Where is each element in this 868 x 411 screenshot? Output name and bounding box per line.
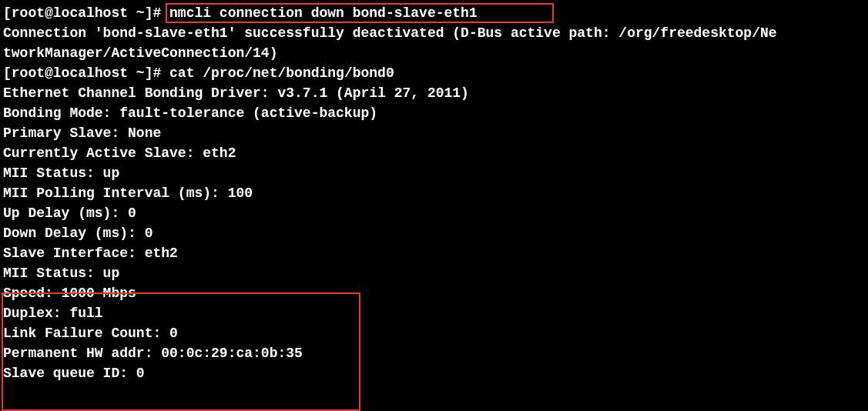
shell-prompt: [root@localhost ~]# — [3, 5, 169, 21]
shell-prompt: [root@localhost ~]# — [3, 65, 169, 81]
terminal-line: tworkManager/ActiveConnection/14) — [3, 43, 865, 63]
terminal-line: [root@localhost ~]# nmcli connection dow… — [3, 3, 865, 23]
terminal-line: Duplex: full — [3, 303, 865, 323]
terminal-line: Bonding Mode: fault-tolerance (active-ba… — [3, 103, 865, 123]
terminal-text: Slave queue ID: 0 — [3, 366, 145, 381]
terminal-line: [root@localhost ~]# cat /proc/net/bondin… — [3, 63, 865, 83]
terminal-line: Slave queue ID: 0 — [3, 363, 865, 383]
terminal-line: MII Status: up — [3, 163, 865, 183]
shell-command: cat /proc/net/bonding/bond0 — [169, 65, 394, 81]
terminal-line: MII Status: up — [3, 263, 865, 283]
terminal-line: Connection 'bond-slave-eth1' successfull… — [3, 23, 865, 43]
terminal-line: Primary Slave: None — [3, 123, 865, 143]
terminal-line: Down Delay (ms): 0 — [3, 223, 865, 243]
shell-command: nmcli connection down bond-slave-eth1 — [169, 5, 478, 21]
terminal-line: Slave Interface: eth2 — [3, 243, 865, 263]
terminal-line: Currently Active Slave: eth2 — [3, 143, 865, 163]
terminal-line: Speed: 1000 Mbps — [3, 283, 865, 303]
terminal-line: Permanent HW addr: 00:0c:29:ca:0b:35 — [3, 343, 865, 363]
terminal-line: Link Failure Count: 0 — [3, 323, 865, 343]
terminal-line: Up Delay (ms): 0 — [3, 203, 865, 223]
terminal-line: MII Polling Interval (ms): 100 — [3, 183, 865, 203]
terminal-line: Ethernet Channel Bonding Driver: v3.7.1 … — [3, 83, 865, 103]
